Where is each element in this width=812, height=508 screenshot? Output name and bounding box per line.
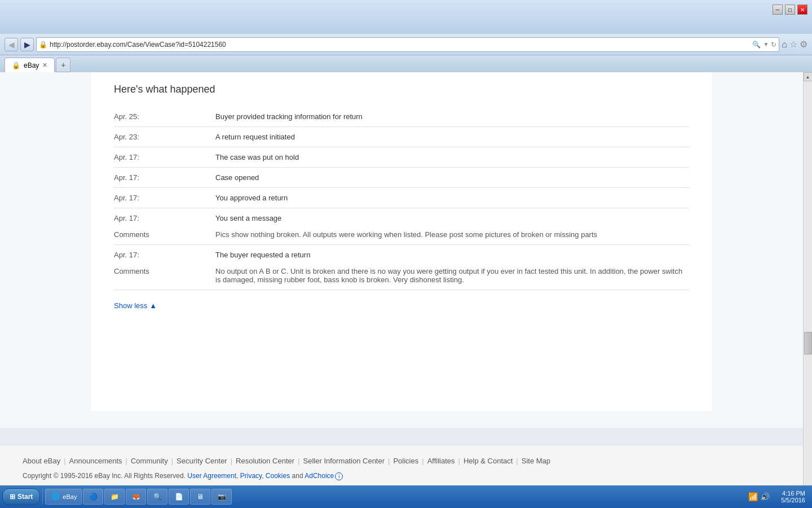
browser-toolbar: ◀ ▶ 🔒 🔍 ▼ ↻ ⌂ ☆ ⚙ bbox=[0, 34, 812, 55]
ie-icon: 🌐 bbox=[50, 492, 60, 502]
footer-link-policies[interactable]: Policies bbox=[393, 457, 418, 465]
table-row: Comments Pics show nothing broken. All o… bbox=[114, 228, 689, 245]
taskbar-item-6[interactable]: 📄 bbox=[169, 489, 189, 505]
event-description: Case opened bbox=[215, 168, 689, 188]
windows-logo: ⊞ bbox=[10, 493, 15, 501]
new-tab-button[interactable]: + bbox=[56, 58, 70, 72]
footer-link-help[interactable]: Help & Contact bbox=[464, 457, 513, 465]
timeline-table: Apr. 25: Buyer provided tracking informa… bbox=[114, 107, 689, 290]
copyright-text: Copyright © 1995-2016 eBay Inc. All Righ… bbox=[23, 472, 186, 480]
taskbar-item-4[interactable]: 🦊 bbox=[126, 489, 146, 505]
taskbar-right: 📶 🔊 4:16 PM 5/5/2016 bbox=[746, 490, 810, 503]
table-row: Apr. 23: A return request initiated bbox=[114, 127, 689, 147]
cookies-link[interactable]: Cookies bbox=[266, 472, 290, 480]
window-controls: ─ □ ✕ bbox=[773, 5, 807, 15]
clock-date: 5/5/2016 bbox=[781, 497, 805, 503]
start-button[interactable]: ⊞ Start bbox=[2, 488, 40, 505]
close-button[interactable]: ✕ bbox=[797, 5, 807, 15]
event-description: The buyer requested a return bbox=[215, 245, 689, 265]
taskbar-item-8[interactable]: 📷 bbox=[211, 489, 232, 505]
privacy-link[interactable]: Privacy bbox=[240, 472, 262, 480]
back-button[interactable]: ◀ bbox=[5, 38, 18, 51]
event-description: You sent a message bbox=[215, 208, 689, 229]
address-bar-container: 🔒 🔍 ▼ ↻ bbox=[36, 37, 779, 52]
footer-separator bbox=[0, 428, 803, 445]
table-row: Apr. 17: Case opened bbox=[114, 168, 689, 188]
event-date: Apr. 25: bbox=[114, 107, 215, 127]
main-content: Here's what happened Apr. 25: Buyer prov… bbox=[91, 72, 712, 411]
taskbar-divider bbox=[42, 489, 43, 505]
chevron-up-icon: ▲ bbox=[149, 301, 157, 310]
taskbar-icon-2: 🔵 bbox=[88, 492, 98, 502]
table-row: Apr. 17: You approved a return bbox=[114, 188, 689, 208]
taskbar-clock[interactable]: 4:16 PM 5/5/2016 bbox=[776, 490, 810, 503]
event-description: You approved a return bbox=[215, 188, 689, 208]
taskbar-item-5[interactable]: 🔍 bbox=[147, 489, 167, 505]
taskbar-icon-7: 🖥 bbox=[195, 492, 205, 502]
event-date: Apr. 23: bbox=[114, 127, 215, 147]
footer-copyright: Copyright © 1995-2016 eBay Inc. All Righ… bbox=[23, 472, 780, 480]
user-agreement-link[interactable]: User Agreement bbox=[187, 472, 236, 480]
footer-link-security-center[interactable]: Security Center bbox=[176, 457, 227, 465]
start-label: Start bbox=[17, 493, 33, 501]
table-row: Apr. 17: You sent a message bbox=[114, 208, 689, 229]
tab-favicon: 🔒 bbox=[12, 62, 20, 69]
taskbar: ⊞ Start 🌐 eBay 🔵 📁 🦊 🔍 📄 🖥 📷 📶 🔊 4:16 PM… bbox=[0, 485, 812, 508]
favorites-icon[interactable]: ☆ bbox=[789, 39, 797, 50]
network-icon: 📶 bbox=[748, 492, 758, 501]
show-less-link[interactable]: Show less ▲ bbox=[114, 301, 157, 310]
tab-close-button[interactable]: ✕ bbox=[42, 62, 47, 69]
taskbar-icon-3: 📁 bbox=[109, 492, 120, 502]
taskbar-item-2[interactable]: 🔵 bbox=[83, 489, 103, 505]
dropdown-icon[interactable]: ▼ bbox=[763, 41, 769, 47]
ebay-tab[interactable]: 🔒 eBay ✕ bbox=[5, 58, 55, 72]
clock-time: 4:16 PM bbox=[781, 490, 805, 497]
forward-button[interactable]: ▶ bbox=[20, 38, 34, 51]
address-bar[interactable] bbox=[50, 41, 750, 49]
footer-links: About eBay | Announcements | Community |… bbox=[23, 457, 780, 465]
event-date: Apr. 17: bbox=[114, 245, 215, 265]
taskbar-icon-6: 📄 bbox=[174, 492, 184, 502]
comment-label: Comments bbox=[114, 228, 215, 245]
event-description: The case was put on hold bbox=[215, 147, 689, 168]
page-heading: Here's what happened bbox=[114, 84, 689, 95]
window-chrome: ─ □ ✕ bbox=[0, 0, 812, 34]
maximize-button[interactable]: □ bbox=[785, 5, 795, 15]
show-less-label: Show less bbox=[114, 301, 147, 310]
taskbar-icon-5: 🔍 bbox=[152, 492, 162, 502]
table-row: Apr. 17: The buyer requested a return bbox=[114, 245, 689, 265]
taskbar-item-ie[interactable]: 🌐 eBay bbox=[45, 489, 82, 505]
scrollbar: ▲ ▼ bbox=[803, 72, 812, 508]
page-content: Here's what happened Apr. 25: Buyer prov… bbox=[0, 72, 803, 508]
lock-icon: 🔒 bbox=[39, 41, 47, 49]
scroll-up-button[interactable]: ▲ bbox=[804, 72, 813, 81]
footer-link-seller-info[interactable]: Seller Information Center bbox=[303, 457, 385, 465]
taskbar-icon-4: 🦊 bbox=[131, 492, 141, 502]
minimize-button[interactable]: ─ bbox=[773, 5, 783, 15]
taskbar-icon-8: 📷 bbox=[217, 492, 227, 502]
tab-label: eBay bbox=[24, 62, 39, 69]
comment-text: Pics show nothing broken. All outputs we… bbox=[215, 228, 689, 245]
footer-link-resolution-center[interactable]: Resolution Center bbox=[236, 457, 294, 465]
refresh-icon[interactable]: ↻ bbox=[771, 41, 776, 49]
footer-link-announcements[interactable]: Announcements bbox=[69, 457, 122, 465]
volume-icon: 🔊 bbox=[760, 492, 770, 501]
event-date: Apr. 17: bbox=[114, 147, 215, 168]
page-wrapper: Here's what happened Apr. 25: Buyer prov… bbox=[0, 72, 812, 508]
settings-icon[interactable]: ⚙ bbox=[800, 39, 807, 50]
tab-bar: 🔒 eBay ✕ + bbox=[0, 55, 812, 72]
footer-link-about-ebay[interactable]: About eBay bbox=[23, 457, 60, 465]
scroll-thumb[interactable] bbox=[804, 332, 812, 354]
scroll-track[interactable] bbox=[804, 81, 812, 499]
taskbar-item-3[interactable]: 📁 bbox=[104, 489, 125, 505]
adchoice-icon: i bbox=[335, 472, 343, 480]
comment-text: No output on A B or C. Unit is broken an… bbox=[215, 265, 689, 290]
table-row: Apr. 17: The case was put on hold bbox=[114, 147, 689, 168]
home-icon[interactable]: ⌂ bbox=[782, 40, 787, 50]
event-description: A return request initiated bbox=[215, 127, 689, 147]
footer-link-community[interactable]: Community bbox=[131, 457, 168, 465]
footer-link-sitemap[interactable]: Site Map bbox=[522, 457, 550, 465]
footer-link-affiliates[interactable]: Affiliates bbox=[427, 457, 455, 465]
adchoice-link[interactable]: AdChoice bbox=[304, 472, 334, 480]
taskbar-item-7[interactable]: 🖥 bbox=[190, 489, 210, 505]
